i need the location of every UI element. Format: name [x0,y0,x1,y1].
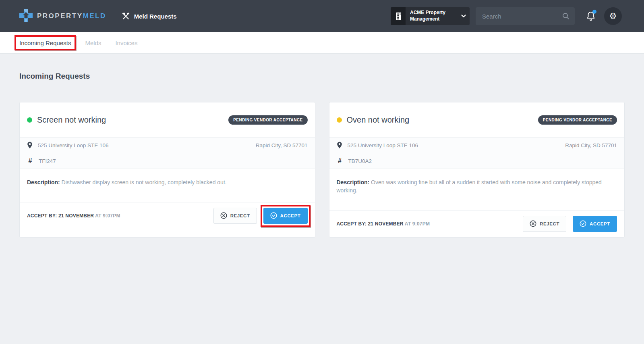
crossed-tools-icon [122,12,130,21]
accept-button[interactable]: ACCEPT [263,208,308,224]
brand-wordmark: PROPERTYMELD [37,12,106,20]
company-selector-dropdown[interactable]: ACME Property Management [391,7,470,25]
company-name-line1: ACME Property [410,10,458,16]
brand-logo[interactable]: PROPERTYMELD [19,9,106,23]
propertymeld-logo-icon [19,9,33,23]
description-block: Description: Oven was working fine but a… [329,169,625,210]
request-title: Screen not working [37,115,106,125]
location-pin-icon [337,142,342,149]
global-search [476,7,575,25]
card-footer: ACCEPT BY: 21 NOVEMBER AT 9:07PM REJECT [20,202,315,229]
tab-invoices[interactable]: Invoices [115,40,137,46]
request-card-oven-not-working: Oven not working PENDING VENDOR ACCEPTAN… [329,102,625,238]
hash-icon: # [27,157,33,165]
card-header: Oven not working PENDING VENDOR ACCEPTAN… [329,102,625,137]
tab-melds[interactable]: Melds [85,40,101,46]
status-dot-green [27,117,32,123]
request-card-screen-not-working: Screen not working PENDING VENDOR ACCEPT… [19,102,315,238]
accept-button[interactable]: ACCEPT [573,216,617,232]
top-navbar: PROPERTYMELD Meld Requests [0,0,644,32]
notification-badge-dot [592,10,596,14]
accept-by-date: 21 NOVEMBER [368,221,404,227]
circle-x-icon [530,220,536,227]
card-header: Screen not working PENDING VENDOR ACCEPT… [20,102,315,137]
accept-by-label: ACCEPT BY: [27,213,57,219]
request-title: Oven not working [347,115,410,125]
circle-x-icon [220,212,227,219]
tab-incoming-requests-annotated: Incoming Requests [19,40,71,46]
description-label: Description: [27,179,60,186]
accept-by-time: AT 9:07PM [405,221,430,227]
accept-by-time: AT 9:07PM [95,213,120,219]
description-text: Oven was working fine but all of a sudde… [337,179,602,194]
reject-button[interactable]: REJECT [523,216,566,232]
accept-button-label: ACCEPT [280,213,301,218]
reject-button-label: REJECT [230,213,250,218]
app-title: Meld Requests [122,12,177,21]
reference-row: # TFI247 [20,153,315,169]
main-content: Incoming Requests Screen not working PEN… [0,72,644,238]
address-row: 525 University Loop STE 106 Rapid City, … [20,137,315,153]
search-input[interactable] [476,7,575,25]
search-icon [562,13,569,20]
accept-by-text: ACCEPT BY: 21 NOVEMBER AT 9:07PM [27,213,120,219]
address-row: 525 University Loop STE 106 Rapid City, … [329,137,625,153]
status-badge: PENDING VENDOR ACCEPTANCE [538,115,617,125]
reference-number: TB7U0A2 [348,158,372,164]
accept-button-annotated: ACCEPT [263,208,308,224]
incoming-request-cards: Screen not working PENDING VENDOR ACCEPT… [19,102,625,238]
reference-number: TFI247 [39,158,56,164]
reject-button-label: REJECT [540,221,559,226]
building-icon [391,7,406,25]
accept-by-text: ACCEPT BY: 21 NOVEMBER AT 9:07PM [337,221,430,227]
status-dot-yellow [337,117,342,123]
accept-button-label: ACCEPT [590,221,610,226]
section-tabbar: Incoming Requests Melds Invoices [0,32,644,54]
page-title: Incoming Requests [19,72,625,81]
chevron-down-icon [458,7,470,25]
circle-check-icon [580,220,586,227]
notifications-button[interactable] [586,11,595,21]
reject-button[interactable]: REJECT [213,208,257,224]
hash-icon: # [337,157,343,165]
footer-buttons: REJECT ACCEPT [523,216,617,232]
description-text: Dishwasher display screen is not working… [62,179,227,186]
description-block: Description: Dishwasher display screen i… [20,169,315,202]
city-state-zip: Rapid City, SD 57701 [256,142,308,148]
card-footer: ACCEPT BY: 21 NOVEMBER AT 9:07PM REJECT [329,210,625,237]
accept-by-date: 21 NOVEMBER [58,213,94,219]
address-text: 525 University Loop STE 106 [348,142,418,148]
company-name: ACME Property Management [406,7,458,25]
app-title-label: Meld Requests [134,13,177,20]
footer-buttons: REJECT ACCEPT [213,208,308,224]
status-badge: PENDING VENDOR ACCEPTANCE [228,115,307,125]
description-label: Description: [337,179,370,186]
reference-row: # TB7U0A2 [329,153,625,169]
company-name-line2: Management [410,16,458,23]
accept-by-label: ACCEPT BY: [337,221,367,227]
location-pin-icon [27,142,33,149]
gear-icon: ⚙ [609,12,617,21]
city-state-zip: Rapid City, SD 57701 [565,142,617,148]
circle-check-icon [270,212,277,219]
address-text: 525 University Loop STE 106 [38,142,109,148]
tab-incoming-requests[interactable]: Incoming Requests [19,40,71,46]
settings-button[interactable]: ⚙ [604,7,622,25]
